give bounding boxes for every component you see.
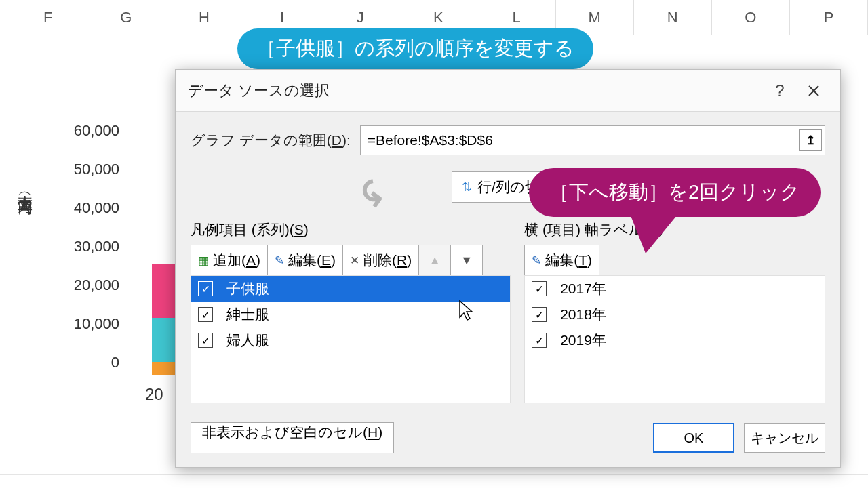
list-item[interactable]: ✓婦人服	[191, 327, 510, 353]
category-label: 2017年	[560, 279, 606, 298]
legend-entries-header: 凡例項目 (系列)(S)	[191, 220, 511, 239]
edit-axis-labels-button[interactable]: ✎ 編集(T)	[524, 245, 599, 276]
legend-entries-panel: 凡例項目 (系列)(S) ▦ 追加(A) ✎ 編集(E) ✕ 削除(R)	[191, 220, 511, 403]
add-icon: ▦	[198, 253, 209, 268]
close-icon	[808, 85, 820, 97]
edit-icon: ✎	[532, 253, 541, 268]
switch-icon: ⇅	[462, 180, 472, 195]
bar-segment	[152, 318, 176, 362]
column-header[interactable]: N	[634, 0, 712, 35]
chart-preview: 売上高（万円） 20 010,00020,00030,00040,00050,0…	[16, 108, 179, 400]
y-tick-label: 60,000	[58, 122, 119, 140]
category-label: 2018年	[560, 305, 606, 324]
checkbox[interactable]: ✓	[532, 307, 547, 322]
checkbox[interactable]: ✓	[198, 333, 213, 348]
list-item[interactable]: ✓子供服	[191, 276, 510, 302]
hidden-empty-cells-button[interactable]: 非表示および空白のセル(H)	[191, 422, 394, 453]
bar-stack	[152, 264, 176, 375]
move-down-button[interactable]: ▼	[450, 245, 483, 276]
edit-icon: ✎	[275, 253, 284, 268]
edit-series-button[interactable]: ✎ 編集(E)	[267, 245, 343, 276]
x-category: 20	[145, 385, 163, 404]
swap-arrow-icon: ↷	[353, 175, 398, 211]
annotation-top: ［子供服］の系列の順序を変更する	[237, 28, 593, 69]
add-series-button[interactable]: ▦ 追加(A)	[191, 245, 268, 276]
list-item[interactable]: ✓2017年	[525, 276, 825, 302]
list-item[interactable]: ✓2019年	[525, 327, 825, 353]
checkbox[interactable]: ✓	[198, 281, 213, 296]
close-button[interactable]	[797, 77, 831, 104]
column-header[interactable]: F	[9, 0, 87, 35]
range-picker-button[interactable]: ↥	[799, 129, 822, 151]
column-header[interactable]: P	[790, 0, 868, 35]
y-tick-label: 0	[58, 354, 119, 371]
cancel-button[interactable]: キャンセル	[744, 423, 825, 453]
dialog-titlebar: データ ソースの選択 ?	[176, 70, 840, 112]
y-tick-label: 30,000	[58, 238, 119, 256]
series-label: 婦人服	[226, 331, 269, 350]
delete-icon: ✕	[350, 253, 359, 268]
up-icon: ▲	[429, 253, 441, 268]
bar-segment	[152, 264, 176, 318]
column-header[interactable]: H	[165, 0, 243, 35]
checkbox[interactable]: ✓	[532, 333, 547, 348]
down-icon: ▼	[460, 253, 473, 268]
series-list[interactable]: ✓子供服✓紳士服✓婦人服	[191, 275, 511, 403]
remove-series-button[interactable]: ✕ 削除(R)	[342, 245, 419, 276]
help-button[interactable]: ?	[763, 77, 797, 104]
category-label: 2019年	[560, 331, 606, 350]
checkbox[interactable]: ✓	[532, 281, 547, 296]
list-item[interactable]: ✓紳士服	[191, 302, 510, 327]
ok-button[interactable]: OK	[653, 423, 734, 453]
y-axis-title: 売上高（万円）	[15, 183, 35, 192]
bar-segment	[152, 362, 176, 375]
chart-data-range-field[interactable]: ↥	[360, 125, 825, 155]
chart-data-range-label: グラフ データの範囲(D):	[191, 131, 351, 150]
column-header[interactable]: O	[712, 0, 790, 35]
y-tick-label: 50,000	[58, 161, 119, 178]
select-data-source-dialog: データ ソースの選択 ? グラフ データの範囲(D): ↥ ↷ ⇅ 行/列の切り…	[175, 69, 841, 468]
axis-labels-panel: 横 (項目) 軸ラベル(C) ✎ 編集(T) ✓2017年✓2018年✓2019…	[524, 220, 825, 403]
column-header[interactable]: G	[87, 0, 165, 35]
y-tick-label: 20,000	[58, 277, 119, 294]
annotation-bubble: ［下へ移動］を2回クリック	[529, 168, 821, 217]
checkbox[interactable]: ✓	[198, 307, 213, 322]
categories-list[interactable]: ✓2017年✓2018年✓2019年	[524, 275, 825, 403]
dialog-title: データ ソースの選択	[188, 81, 763, 101]
y-tick-label: 10,000	[58, 315, 119, 333]
list-item[interactable]: ✓2018年	[525, 302, 825, 327]
series-label: 紳士服	[226, 305, 269, 324]
range-picker-icon: ↥	[806, 133, 816, 148]
move-up-button: ▲	[418, 245, 451, 276]
y-tick-label: 40,000	[58, 199, 119, 217]
series-label: 子供服	[226, 279, 269, 298]
range-input[interactable]	[361, 132, 799, 148]
